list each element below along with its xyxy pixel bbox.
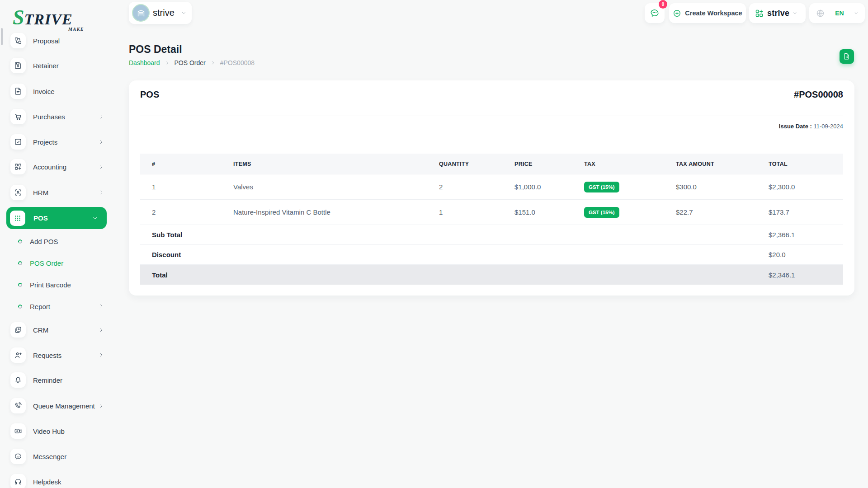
sidebar-item-label: Video Hub	[33, 427, 65, 435]
table-row: 2 Nature-Inspired Vitamin C Bottle 1 $15…	[140, 200, 843, 225]
sidebar-subitem-report[interactable]: Report	[0, 301, 113, 312]
sidebar-item-retainer[interactable]: Retainer	[0, 58, 113, 73]
language-label: EN	[835, 9, 844, 17]
user-scan-icon	[10, 185, 26, 200]
row-tax-amount: $300.0	[676, 183, 769, 191]
sidebar-subitem-label: Report	[30, 303, 50, 310]
bullet-icon	[18, 304, 23, 309]
col-header-no: #	[140, 161, 233, 167]
sidebar-subitem-label: POS Order	[30, 259, 63, 267]
create-workspace-button[interactable]: Create Workspace	[669, 3, 746, 23]
breadcrumb-current: #POS00008	[220, 59, 255, 66]
sidebar-item-label: Proposal	[33, 37, 60, 45]
issue-date: Issue Date : 11-09-2024	[779, 123, 843, 130]
sidebar-item-crm[interactable]: CRM	[0, 322, 113, 338]
sidebar-item-invoice[interactable]: Invoice	[0, 84, 113, 99]
plus-circle-icon	[673, 9, 681, 18]
row-price: $151.0	[514, 208, 584, 216]
divider	[140, 116, 843, 116]
tax-badge: GST (15%)	[584, 207, 619, 218]
sidebar-item-pos-active[interactable]: POS	[6, 207, 107, 229]
sidebar-item-label: Retainer	[33, 62, 59, 70]
row-price: $1,000.0	[514, 183, 584, 191]
sidebar-item-queue-management[interactable]: Queue Management	[0, 398, 113, 413]
sidebar-subitem-label: Print Barcode	[30, 281, 71, 289]
video-camera-icon	[10, 423, 26, 439]
chevron-down-icon	[854, 11, 859, 15]
headphones-icon	[10, 474, 26, 488]
row-no: 2	[140, 208, 233, 216]
subtotal-row: Sub Total $2,366.1	[140, 225, 843, 245]
sidebar-subitem-print-barcode[interactable]: Print Barcode	[0, 279, 113, 290]
chat-bubble-icon	[10, 449, 26, 464]
chat-icon	[650, 8, 660, 18]
sidebar-item-accounting[interactable]: Accounting	[0, 159, 113, 174]
cart-icon	[10, 109, 26, 124]
sidebar-item-reminder[interactable]: Reminder	[0, 372, 113, 388]
sidebar-item-requests[interactable]: Requests	[0, 347, 113, 363]
chat-button[interactable]: 0	[645, 3, 665, 23]
language-selector[interactable]: EN	[809, 3, 865, 23]
discount-row: Discount $20.0	[140, 245, 843, 265]
logo-letter: S	[13, 6, 24, 29]
row-quantity: 1	[439, 208, 514, 216]
pos-number: #POS00008	[794, 89, 843, 100]
sidebar-subitem-pos-order-active[interactable]: POS Order	[0, 258, 113, 268]
sidebar: STRIVE MAKE Proposal Retainer Invoice Pu…	[0, 0, 113, 488]
total-label: Total	[140, 271, 769, 279]
chat-badge: 0	[659, 0, 667, 9]
app-logo[interactable]: STRIVE MAKE	[13, 7, 90, 32]
total-value: $2,346.1	[769, 271, 843, 279]
chevron-right-icon	[99, 164, 104, 169]
create-workspace-label: Create Workspace	[685, 9, 742, 17]
grid-plus-icon	[10, 159, 26, 174]
chevron-right-icon	[99, 327, 104, 333]
sidebar-item-projects[interactable]: Projects	[0, 134, 113, 150]
sidebar-item-hrm[interactable]: HRM	[0, 185, 113, 200]
export-button[interactable]	[840, 49, 854, 64]
row-tax: GST (15%)	[584, 207, 676, 218]
cards-icon	[10, 322, 26, 338]
col-header-price: PRICE	[514, 161, 584, 167]
pos-items-table: # ITEMS QUANTITY PRICE TAX TAX AMOUNT TO…	[140, 154, 843, 285]
page-title: POS Detail	[129, 43, 182, 56]
sidebar-item-label: HRM	[33, 189, 48, 197]
grid-plus-icon	[755, 9, 764, 18]
app-switcher[interactable]: strive	[749, 3, 806, 23]
sidebar-item-label: Reminder	[33, 376, 62, 384]
col-header-total: TOTAL	[769, 161, 843, 167]
col-header-items: ITEMS	[233, 161, 439, 167]
row-total: $173.7	[769, 208, 843, 216]
sidebar-item-label: Requests	[33, 352, 61, 359]
invoice-icon	[10, 84, 26, 99]
chevron-down-icon	[92, 216, 98, 221]
discount-value: $20.0	[769, 251, 843, 258]
grid-dots-icon	[10, 211, 25, 226]
sidebar-item-proposal[interactable]: Proposal	[0, 33, 113, 48]
bullet-icon	[18, 260, 23, 266]
sidebar-item-helpdesk[interactable]: Helpdesk	[0, 474, 113, 488]
workspace-selector[interactable]: strive	[129, 2, 192, 24]
row-total: $2,300.0	[769, 183, 843, 191]
chevron-right-icon	[99, 304, 104, 309]
bullet-icon	[18, 282, 23, 287]
chevron-right-icon	[99, 403, 104, 408]
row-item: Nature-Inspired Vitamin C Bottle	[233, 208, 439, 216]
sidebar-item-messenger[interactable]: Messenger	[0, 449, 113, 464]
sidebar-item-label: Queue Management	[33, 402, 95, 410]
col-header-tax-amount: TAX AMOUNT	[676, 161, 769, 167]
file-export-icon	[843, 53, 850, 60]
sidebar-item-purchases[interactable]: Purchases	[0, 109, 113, 124]
sidebar-subitem-add-pos[interactable]: Add POS	[0, 236, 113, 247]
row-no: 1	[140, 183, 233, 191]
workspace-avatar	[132, 4, 150, 22]
chevron-down-icon	[793, 11, 797, 15]
table-header-row: # ITEMS QUANTITY PRICE TAX TAX AMOUNT TO…	[140, 154, 843, 174]
check-square-icon	[10, 134, 26, 150]
phone-call-icon	[10, 398, 26, 413]
breadcrumb-dashboard-link[interactable]: Dashboard	[129, 59, 160, 66]
chevron-right-icon	[99, 139, 104, 145]
sidebar-item-video-hub[interactable]: Video Hub	[0, 423, 113, 439]
row-quantity: 2	[439, 183, 514, 191]
breadcrumb-pos-order[interactable]: POS Order	[175, 59, 206, 66]
